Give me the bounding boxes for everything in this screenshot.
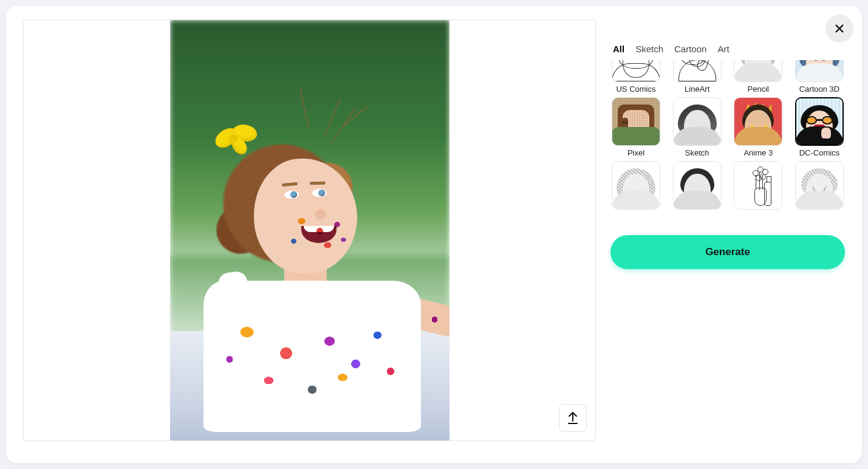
close-button[interactable] xyxy=(825,15,853,43)
style-lineart[interactable]: LineArt xyxy=(673,60,722,94)
close-icon xyxy=(833,22,846,35)
tab-sketch[interactable]: Sketch xyxy=(635,44,663,54)
style-item[interactable] xyxy=(795,161,844,212)
upload-icon xyxy=(567,411,579,425)
upload-button[interactable] xyxy=(559,404,587,432)
style-category-tabs: All Sketch Cartoon Art xyxy=(610,44,845,54)
preview-panel xyxy=(23,19,596,458)
style-sketch[interactable]: Sketch xyxy=(673,97,722,157)
styles-grid: US Comics LineArt Pencil Cartoon 3D Pixe xyxy=(610,60,845,212)
style-dc-comics[interactable]: DC-Comics xyxy=(795,97,844,157)
styles-scroll[interactable]: US Comics LineArt Pencil Cartoon 3D Pixe xyxy=(610,60,845,229)
style-pencil[interactable]: Pencil xyxy=(734,60,782,94)
style-label: LineArt xyxy=(685,84,709,94)
tab-art[interactable]: Art xyxy=(717,44,729,54)
style-label: Anime 3 xyxy=(743,148,773,157)
style-cartoon-3d[interactable]: Cartoon 3D xyxy=(795,60,844,94)
style-transfer-modal: All Sketch Cartoon Art US Comics LineArt… xyxy=(6,6,862,463)
style-item[interactable] xyxy=(734,161,782,212)
generate-button[interactable]: Generate xyxy=(610,235,845,269)
style-item[interactable] xyxy=(612,161,660,212)
preview-image xyxy=(170,20,449,440)
style-label: Pixel xyxy=(627,148,644,157)
style-label: Sketch xyxy=(685,148,709,157)
tab-cartoon[interactable]: Cartoon xyxy=(674,44,706,54)
style-item[interactable] xyxy=(673,161,722,212)
style-label: Pencil xyxy=(748,84,769,94)
style-label: Cartoon 3D xyxy=(799,84,839,94)
style-anime-3[interactable]: Anime 3 xyxy=(734,97,782,157)
styles-panel: All Sketch Cartoon Art US Comics LineArt… xyxy=(610,19,845,458)
style-pixel[interactable]: Pixel xyxy=(612,97,660,157)
style-label: US Comics xyxy=(616,84,655,94)
preview-frame xyxy=(23,19,596,441)
style-label: DC-Comics xyxy=(799,148,839,157)
style-us-comics[interactable]: US Comics xyxy=(612,60,660,94)
tab-all[interactable]: All xyxy=(613,44,624,54)
